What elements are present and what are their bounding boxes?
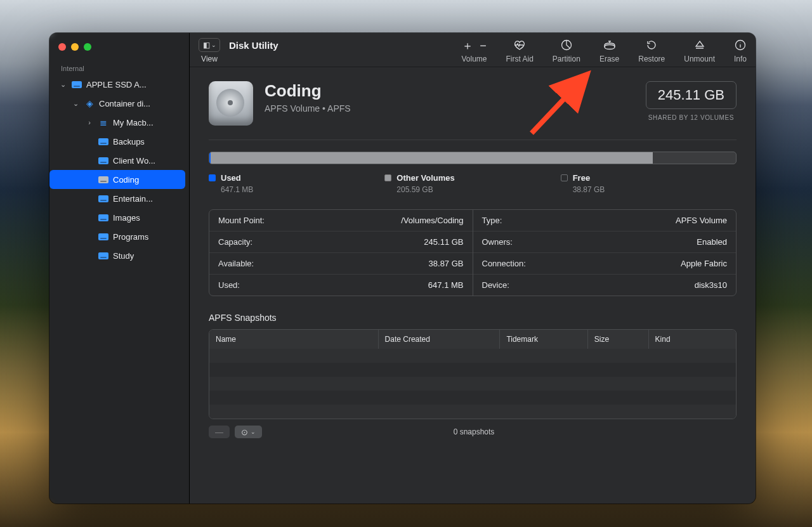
detail-key: Type:: [482, 216, 502, 225]
disk-icon: [98, 233, 109, 240]
erase-button[interactable]: Erase: [599, 38, 619, 63]
detail-key: Available:: [218, 259, 254, 268]
shared-note: SHARED BY 12 VOLUMES: [646, 114, 737, 121]
col-tide[interactable]: Tidemark: [500, 330, 587, 349]
disk-icon: [98, 157, 109, 164]
disk-icon: [98, 195, 109, 202]
maximize-button[interactable]: [84, 43, 91, 51]
sidebar-item[interactable]: Entertain...: [49, 189, 189, 208]
usage-legend: Used 647.1 MB Other Volumes 205.59 GB Fr…: [209, 173, 737, 194]
sidebar-item[interactable]: Images: [49, 208, 189, 227]
sidebar-item-label: Backups: [113, 137, 145, 146]
restore-button[interactable]: Restore: [638, 38, 665, 63]
usage-segment-other: [211, 152, 652, 164]
volume-subtitle: APFS Volume • APFS: [265, 103, 351, 114]
volume-controls: ＋ − Volume: [461, 38, 487, 63]
view-selector[interactable]: ◧⌄ View: [199, 38, 220, 63]
disk-icon: [71, 81, 82, 88]
volume-name: Coding: [265, 81, 351, 101]
sidebar-item[interactable]: Programs: [49, 227, 189, 246]
sidebar-item[interactable]: Coding: [49, 170, 185, 189]
disclosure-icon[interactable]: ⌄: [58, 81, 67, 89]
unmount-icon: [695, 38, 705, 52]
capacity-box: 245.11 GB: [646, 81, 737, 109]
add-volume-button[interactable]: ＋: [462, 38, 473, 53]
disk-utility-window: Internal ⌄APPLE SSD A...⌄◈Container di..…: [49, 33, 756, 504]
sidebar-item[interactable]: Study: [49, 246, 189, 265]
disclosure-icon[interactable]: ›: [85, 119, 94, 126]
detail-key: Used:: [218, 280, 240, 290]
detail-row: Used:647.1 MB: [209, 275, 473, 296]
legend-used-label: Used: [221, 173, 241, 183]
col-date[interactable]: Date Created: [379, 330, 501, 349]
col-name[interactable]: Name: [209, 330, 379, 349]
chevron-down-icon: ⌄: [251, 429, 256, 435]
legend-other-value: 205.59 GB: [396, 185, 560, 194]
details-box: Mount Point:/Volumes/CodingCapacity:245.…: [209, 209, 737, 296]
sidebar-item-label: Programs: [113, 232, 148, 242]
detail-value: Apple Fabric: [681, 259, 727, 268]
sidebar-item-label: APPLE SSD A...: [86, 80, 147, 89]
erase-icon: [603, 38, 617, 52]
snapshots-body: [209, 349, 736, 419]
legend-other-label: Other Volumes: [396, 173, 455, 183]
volume-group-icon: ≣: [98, 117, 109, 127]
content-area: ◧⌄ View Disk Utility ＋ − Volume First Ai…: [189, 33, 756, 504]
sidebar-item[interactable]: Backups: [49, 132, 189, 151]
detail-row: Owners:Enabled: [473, 231, 737, 253]
legend-free-label: Free: [573, 173, 590, 183]
sidebar: Internal ⌄APPLE SSD A...⌄◈Container di..…: [49, 33, 189, 504]
toolbar: ◧⌄ View Disk Utility ＋ − Volume First Ai…: [190, 33, 756, 67]
disk-icon: [98, 138, 109, 145]
remove-snapshot-button[interactable]: —: [209, 426, 230, 438]
legend-free-value: 38.87 GB: [573, 185, 737, 194]
snapshots-header[interactable]: Name Date Created Tidemark Size Kind: [209, 330, 736, 349]
detail-value: /Volumes/Coding: [401, 216, 463, 225]
sidebar-item[interactable]: ⌄◈Container di...: [49, 94, 189, 113]
sidebar-item-label: Client Wo...: [113, 156, 155, 166]
snapshot-actions-button[interactable]: ⊙ ⌄: [235, 426, 262, 438]
detail-row: Connection:Apple Fabric: [473, 253, 737, 275]
swatch-used: [209, 174, 216, 181]
detail-key: Owners:: [482, 237, 513, 247]
usage-segment-free: [653, 152, 736, 164]
volume-artwork: [209, 81, 253, 126]
detail-value: APFS Volume: [676, 216, 727, 225]
sidebar-item-label: Coding: [113, 175, 139, 185]
legend-used-value: 647.1 MB: [221, 185, 384, 194]
chevron-down-icon: ⌄: [211, 42, 216, 48]
disk-icon: [98, 176, 109, 183]
swatch-other: [384, 174, 391, 181]
sidebar-item-label: Images: [113, 213, 140, 223]
remove-volume-button[interactable]: −: [480, 39, 487, 53]
info-button[interactable]: Info: [734, 38, 747, 63]
restore-icon: [646, 38, 657, 52]
sidebar-item-label: Container di...: [99, 99, 150, 108]
detail-value: 647.1 MB: [428, 280, 464, 290]
detail-row: Available:38.87 GB: [209, 253, 473, 275]
sidebar-item-label: My Macb...: [113, 118, 154, 127]
close-button[interactable]: [58, 43, 66, 51]
sidebar-item-label: Entertain...: [113, 194, 153, 204]
minimize-button[interactable]: [71, 43, 79, 51]
window-controls: [49, 33, 189, 58]
usage-bar: [209, 152, 737, 164]
partition-button[interactable]: Partition: [553, 38, 580, 63]
col-size[interactable]: Size: [588, 330, 649, 349]
unmount-button[interactable]: Unmount: [684, 38, 715, 63]
swatch-free: [561, 174, 568, 181]
disclosure-icon[interactable]: ⌄: [71, 100, 80, 108]
detail-value: 38.87 GB: [429, 259, 464, 268]
detail-row: Mount Point:/Volumes/Coding: [209, 210, 473, 231]
sidebar-item[interactable]: ⌄APPLE SSD A...: [49, 75, 189, 94]
snapshot-count: 0 snapshots: [267, 427, 681, 436]
sidebar-item[interactable]: Client Wo...: [49, 151, 189, 170]
sidebar-tree: ⌄APPLE SSD A...⌄◈Container di...›≣My Mac…: [49, 75, 189, 265]
partition-icon: [561, 38, 572, 52]
sidebar-item[interactable]: ›≣My Macb...: [49, 113, 189, 132]
first-aid-button[interactable]: First Aid: [506, 38, 534, 63]
col-kind[interactable]: Kind: [649, 330, 736, 349]
capacity-value: 245.11 GB: [658, 87, 724, 103]
info-icon: [735, 38, 746, 52]
detail-value: 245.11 GB: [424, 237, 463, 247]
